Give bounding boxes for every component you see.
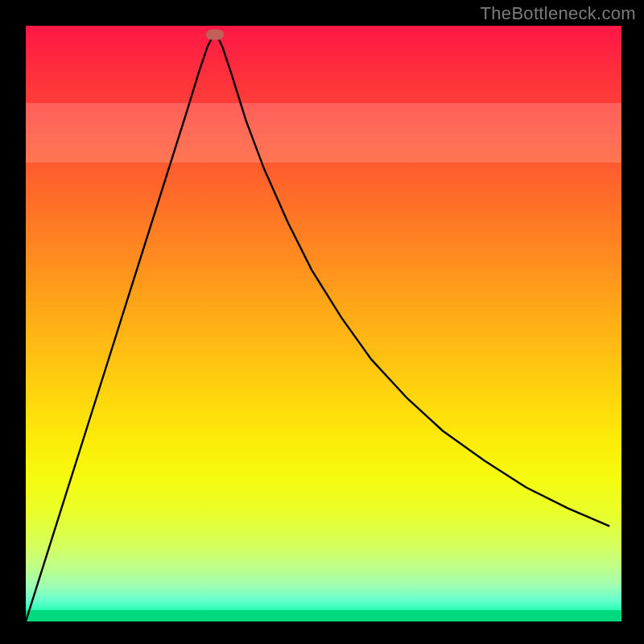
attribution-text: TheBottleneck.com	[481, 3, 636, 24]
bottleneck-curve	[26, 31, 609, 621]
curve-svg	[26, 26, 621, 621]
current-config-marker	[206, 30, 224, 40]
plot-area	[26, 26, 621, 621]
